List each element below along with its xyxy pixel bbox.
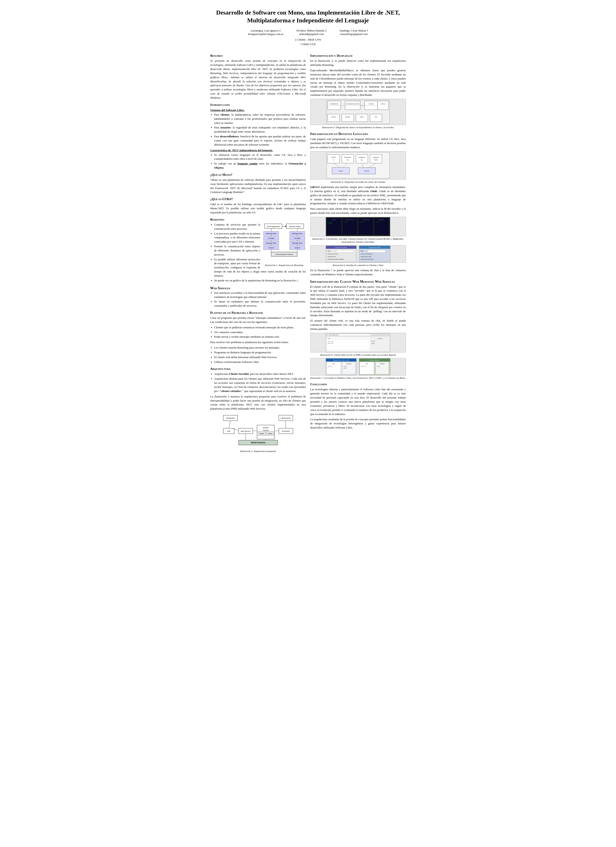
section-arq-title: Arquitectura <box>210 367 306 371</box>
svg-text:Remote Object: Remote Object <box>289 226 301 227</box>
author-1-email: luisignacio@larrateguy.com.ar <box>248 32 284 36</box>
fig6-caption: Ilustración 6: Interfaz de conexión en U… <box>310 264 406 267</box>
right-column: Implementación y Despliegue En la Ilustr… <box>310 51 406 431</box>
fig5-caption: Ilustración 5: 4 terminales. Servidor, C… <box>310 237 406 243</box>
figure-4-img: GtkGUI C# BooModule Boo JavaModule Java … <box>310 151 406 180</box>
svg-text:Message Sinks: Message Sinks <box>266 233 276 235</box>
author-1-name: Larrateguy, Luis Ignacio ‡ <box>248 29 284 32</box>
svg-text:> Connected: > Connected <box>359 221 364 223</box>
restr-2: Programar en distintos lenguajes de prog… <box>214 351 306 355</box>
mono-body: "Mono es una plataforma de software dise… <box>210 178 306 194</box>
arquitectura-list: Arquitectura Cliente-Servidor para los d… <box>214 372 306 393</box>
svg-text:Servidor: Servidor <box>332 219 336 220</box>
svg-text:Cliente: Cliente <box>259 433 264 434</box>
svg-text:Interfaz: Interfaz <box>381 103 385 105</box>
caract-2: Se trabajó con un lenguaje común entre l… <box>214 162 306 170</box>
svg-text:ClienteConsola C#: ClienteConsola C# <box>345 219 355 220</box>
affiliation-line1: ‡ CIDISI - FRSF UTN <box>210 38 406 42</box>
section-impl-title: Implementación y Despliegue <box>310 54 406 58</box>
section-resumen-title: Resumen <box>210 54 306 58</box>
svg-text:Evento: Evento <box>360 116 364 118</box>
svg-rect-76 <box>342 114 354 122</box>
svg-text:JavaModule: JavaModule <box>358 157 365 158</box>
svg-text:● nacho: ● nacho <box>371 341 375 342</box>
arch-diagram-svg: ClienteWeb Cliente Mono XSP Web Service … <box>221 413 295 448</box>
svg-text:● nacho: ● nacho <box>377 366 380 367</box>
section-gtk-title: ¿Qué es GTK#? <box>210 197 306 201</box>
affiliation: ‡ CIDISI - FRSF UTN † FRSF UTN <box>210 38 406 47</box>
fig4-caption: Ilustración 4: Diagrama con todas las cl… <box>310 180 406 183</box>
svg-text:Message Sinks: Message Sinks <box>292 233 302 235</box>
section-conclusion-title: Conclusión <box>310 382 406 386</box>
arq-body2: La Ilustración 2 muestra la arquitectura… <box>210 395 306 411</box>
svg-text:Contactos: Contactos <box>377 338 382 339</box>
arq-2: Arquitectura distinta para los clientes … <box>214 377 306 393</box>
svg-text:Mensaje: Mensaje <box>345 116 350 118</box>
svg-text:Channel: Channel <box>268 247 274 249</box>
author-2-name: Pividori, Milton Damián ‡ <box>296 29 327 32</box>
section-planteo-title: Planteo de un Problema a Resolver <box>210 311 306 314</box>
section-impl-lang-title: Implementación en Distintos Lenguajes <box>310 132 406 136</box>
ws-1: Son interfaces accesibles a la funcional… <box>214 291 306 299</box>
arq-1: Arquitectura Cliente-Servidor para los d… <box>214 372 306 376</box>
impl-body1: En la Ilustración 3, se puede observar c… <box>310 59 406 67</box>
svg-rect-83 <box>328 155 340 163</box>
svg-text:Contacto: Contacto <box>331 116 336 118</box>
svg-text:C#: C# <box>333 159 334 161</box>
arq-figure-caption: Ilustración 2: Arquitectura propuesta <box>210 450 306 453</box>
svg-rect-92 <box>370 155 382 163</box>
resumen-body: Se presenta un desarrollo como prueba de… <box>210 59 306 100</box>
planteo-restrictions: Los clientes usarían Remoting para envia… <box>214 346 306 364</box>
svg-text:Chat: Chat <box>365 363 368 364</box>
svg-rect-69 <box>378 101 389 110</box>
svg-text:> Starting...: > Starting... <box>327 221 333 223</box>
svg-text:Java: Java <box>361 159 363 161</box>
svg-text:Message Sinks: Message Sinks <box>292 242 302 244</box>
fig7-caption: Ilustración 7: Corriendo en Windows Vist… <box>310 376 406 379</box>
svg-text:Channel: Channel <box>294 247 300 249</box>
svg-text:Opciones del cliente: Opciones del cliente <box>368 247 380 248</box>
section-mono-title: ¿Qué es Mono? <box>210 173 306 177</box>
svg-text:Communication Channel: Communication Channel <box>275 253 293 255</box>
gtk-body: Gtk# es el nombre de los bindings corres… <box>210 202 306 215</box>
remoting-figure-caption: Ilustración 1: Arquitectura de Remoting <box>262 264 306 267</box>
svg-text:Cliente Mono: Cliente Mono <box>280 417 291 419</box>
svg-text:ClienteRemoto: ClienteRemoto <box>330 103 339 105</box>
svg-text:Servidor: Servidor <box>368 103 373 105</box>
svg-rect-111 <box>358 218 373 235</box>
svg-text:nacho: hola: nacho: hola <box>328 341 333 342</box>
page-title: Desarrollo de Software con Mono, una Imp… <box>210 9 406 25</box>
svg-text:IServidor: IServidor <box>364 170 369 172</box>
svg-text:BigBrother: BigBrother <box>379 219 385 220</box>
cond-2: Ver contactos conectados. <box>214 330 306 334</box>
svg-text:Boo: Boo <box>346 159 349 161</box>
svg-text:ClienteWeb: ClienteWeb <box>226 417 235 419</box>
clienteweb-body1: El cliente web de la Ilustración 8 consi… <box>310 285 406 318</box>
author-2-email: miltondp@gmail.com <box>296 32 327 36</box>
clienteweb-body2: El usuario del cliente web, ve una sola … <box>310 319 406 331</box>
svg-rect-78 <box>356 114 368 122</box>
svg-text:MONO Runtime: MONO Runtime <box>251 441 265 444</box>
figure-7: Windows Vista - .NET + GTK# Chat nacho: … <box>310 358 406 379</box>
impl-lang-body4: En la Ilustración 7 se puede apreciar un… <box>310 269 406 277</box>
figure-6: Opciones del cliente Nick: IP local: 127… <box>310 245 406 267</box>
svg-text:Web Service: Web Service <box>240 430 251 432</box>
planteo-intro: Crear un programa que permita enviar "me… <box>210 316 306 324</box>
author-3: Sandrigo, César Matías † cmsandrigo@gmai… <box>340 29 368 36</box>
webservices-list: Son interfaces accesibles a la funcional… <box>214 291 306 308</box>
figure-8-img: http://localhost/chat/ Chat nacho: hola … <box>310 333 406 353</box>
remoting-diagram-svg: Client Application Remote Object Message… <box>262 223 306 262</box>
svg-text:Message Sinks: Message Sinks <box>266 242 276 244</box>
svg-text:XSP: XSP <box>227 430 230 432</box>
svg-text:IP local: 192.168.0.2: IP local: 192.168.0.2 <box>361 253 373 255</box>
svg-text:Stub: Stub <box>374 116 377 118</box>
section-clienteweb-title: Implementación del Cliente Web Mediante … <box>310 280 406 283</box>
svg-text:ICliente: ICliente <box>338 170 343 172</box>
svg-text:Nick:: Nick: <box>328 250 331 252</box>
svg-text:Formatter: Formatter <box>268 238 274 239</box>
figure-6-img: Opciones del cliente Nick: IP local: 127… <box>310 245 406 263</box>
svg-text:VBModule: VBModule <box>373 157 379 158</box>
svg-text:GtkGUI: GtkGUI <box>331 157 336 158</box>
impl-lang-body2: GtkGUI implementa una interfaz simple pe… <box>310 185 406 205</box>
svg-text:Contactos: Contactos <box>346 363 351 364</box>
